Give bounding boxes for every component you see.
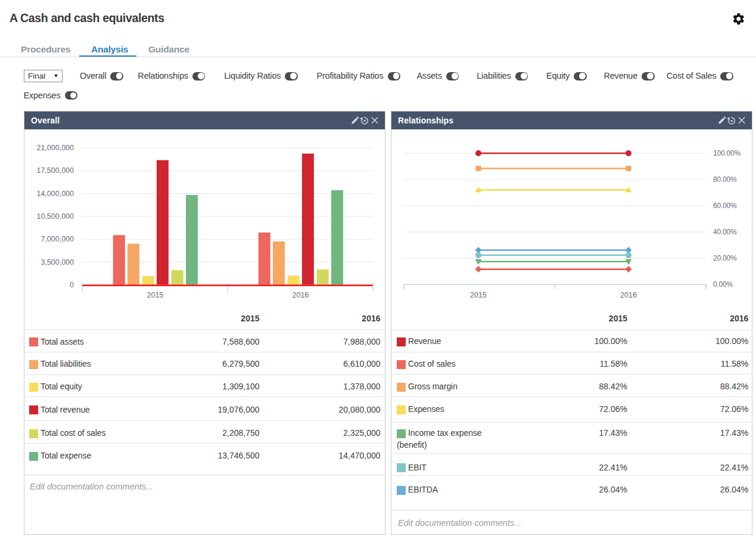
svg-text:0: 0 <box>70 281 74 289</box>
svg-text:20.00%: 20.00% <box>713 254 737 262</box>
svg-text:21,000,000: 21,000,000 <box>36 144 74 152</box>
svg-text:14,000,000: 14,000,000 <box>36 190 74 198</box>
svg-text:7,000,000: 7,000,000 <box>41 235 74 243</box>
svg-text:2016: 2016 <box>620 291 637 299</box>
svg-text:2015: 2015 <box>470 291 487 299</box>
svg-text:2016: 2016 <box>292 291 309 299</box>
svg-text:10,500,000: 10,500,000 <box>36 212 74 221</box>
svg-text:0.00%: 0.00% <box>713 280 733 289</box>
svg-text:80.00%: 80.00% <box>713 175 737 184</box>
svg-text:100.00%: 100.00% <box>713 149 741 157</box>
svg-text:60.00%: 60.00% <box>713 202 737 210</box>
svg-text:17,500,000: 17,500,000 <box>36 166 74 175</box>
svg-text:40.00%: 40.00% <box>713 228 737 236</box>
svg-text:2015: 2015 <box>147 291 163 299</box>
svg-text:3,500,000: 3,500,000 <box>41 258 74 267</box>
